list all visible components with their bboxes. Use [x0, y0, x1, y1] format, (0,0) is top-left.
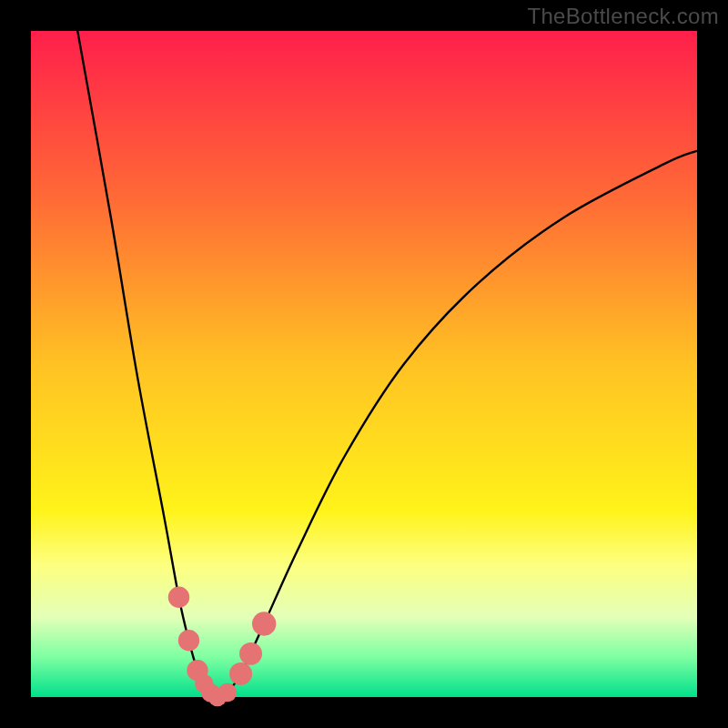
data-marker: [178, 630, 199, 651]
data-marker: [239, 642, 262, 665]
data-marker: [252, 612, 276, 635]
plot-background: [31, 31, 697, 697]
bottleneck-curve-plot: [0, 0, 728, 728]
data-marker: [229, 662, 252, 685]
data-marker: [168, 586, 189, 607]
watermark-text: TheBottleneck.com: [527, 4, 719, 29]
chart-container: TheBottleneck.com: [0, 0, 728, 728]
data-marker: [218, 683, 238, 703]
